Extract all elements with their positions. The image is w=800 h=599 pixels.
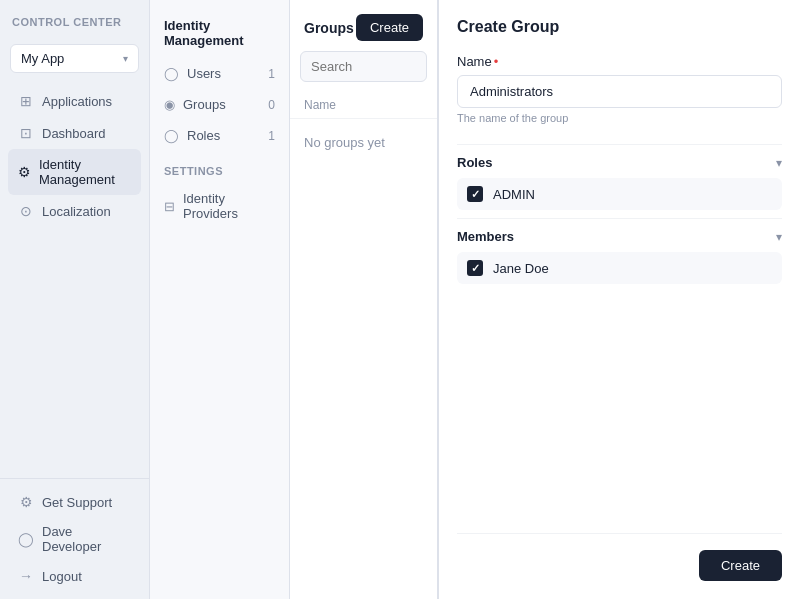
roles-count: 1 [268, 129, 275, 143]
dashboard-icon: ⊡ [18, 125, 34, 141]
identity-nav-label: Users [187, 66, 221, 81]
sidebar-item-label: Applications [42, 94, 112, 109]
members-jane-doe-row: ✓ Jane Doe [457, 252, 782, 284]
groups-list-header: Name [290, 92, 437, 119]
groups-panel-header: Groups Create [290, 0, 437, 51]
applications-icon: ⊞ [18, 93, 34, 109]
create-group-button[interactable]: Create [699, 550, 782, 581]
identity-nav-users[interactable]: ◯ Users 1 [150, 58, 289, 89]
identity-management-panel: Identity Management ◯ Users 1 ◉ Groups 0… [150, 0, 290, 599]
identity-nav-label: Groups [183, 97, 226, 112]
group-name-hint: The name of the group [457, 112, 782, 124]
name-label: Name• [457, 54, 782, 69]
sidebar-footer-label: Dave Developer [42, 524, 131, 554]
groups-search-input[interactable] [300, 51, 427, 82]
members-jane-doe-checkbox[interactable]: ✓ [467, 260, 483, 276]
user-icon: ◯ [18, 531, 34, 547]
app-selector[interactable]: My App ▾ [10, 44, 139, 73]
identity-management-icon: ⚙ [18, 164, 31, 180]
identity-providers-icon: ⊟ [164, 199, 175, 214]
identity-nav-roles[interactable]: ◯ Roles 1 [150, 120, 289, 151]
groups-panel: Groups Create Name No groups yet [290, 0, 438, 599]
roles-icon: ◯ [164, 128, 179, 143]
groups-count: 0 [268, 98, 275, 112]
groups-title: Groups [304, 20, 354, 36]
support-icon: ⚙ [18, 494, 34, 510]
group-name-input[interactable] [457, 75, 782, 108]
roles-chevron-icon[interactable]: ▾ [776, 156, 782, 170]
create-group-panel: Create Group Name• The name of the group… [438, 0, 800, 599]
localization-icon: ⊙ [18, 203, 34, 219]
members-section-header: Members ▾ [457, 218, 782, 252]
sidebar-item-dave-developer[interactable]: ◯ Dave Developer [8, 517, 141, 561]
sidebar-header-title: Control Center [12, 16, 137, 28]
content-area: Identity Management ◯ Users 1 ◉ Groups 0… [150, 0, 800, 599]
settings-label: Settings [150, 151, 289, 183]
logout-icon: → [18, 568, 34, 584]
sidebar-footer: ⚙ Get Support ◯ Dave Developer → Logout [0, 478, 149, 599]
checkmark-icon: ✓ [471, 188, 480, 201]
identity-nav-identity-providers[interactable]: ⊟ Identity Providers [150, 183, 289, 229]
users-icon: ◯ [164, 66, 179, 81]
roles-admin-checkbox[interactable]: ✓ [467, 186, 483, 202]
create-group-title: Create Group [457, 18, 782, 36]
sidebar-footer-label: Get Support [42, 495, 112, 510]
groups-icon: ◉ [164, 97, 175, 112]
users-count: 1 [268, 67, 275, 81]
sidebar-item-label: Identity Management [39, 157, 131, 187]
chevron-down-icon: ▾ [123, 53, 128, 64]
identity-nav-label: Roles [187, 128, 220, 143]
members-chevron-icon[interactable]: ▾ [776, 230, 782, 244]
groups-empty-message: No groups yet [290, 119, 437, 166]
sidebar-item-logout[interactable]: → Logout [8, 561, 141, 591]
create-group-footer: Create [457, 533, 782, 581]
sidebar-item-dashboard[interactable]: ⊡ Dashboard [8, 117, 141, 149]
sidebar-footer-label: Logout [42, 569, 82, 584]
identity-nav-groups[interactable]: ◉ Groups 0 [150, 89, 289, 120]
sidebar-item-label: Localization [42, 204, 111, 219]
app-selector-name: My App [21, 51, 64, 66]
roles-admin-row: ✓ ADMIN [457, 178, 782, 210]
groups-search-bar [300, 51, 427, 82]
sidebar-item-get-support[interactable]: ⚙ Get Support [8, 487, 141, 517]
roles-section-header: Roles ▾ [457, 144, 782, 178]
groups-create-button[interactable]: Create [356, 14, 423, 41]
identity-management-title: Identity Management [150, 0, 289, 58]
sidebar-item-applications[interactable]: ⊞ Applications [8, 85, 141, 117]
identity-nav-label: Identity Providers [183, 191, 275, 221]
sidebar-nav: ⊞ Applications ⊡ Dashboard ⚙ Identity Ma… [0, 81, 149, 478]
roles-admin-label: ADMIN [493, 187, 535, 202]
sidebar-item-localization[interactable]: ⊙ Localization [8, 195, 141, 227]
members-jane-doe-label: Jane Doe [493, 261, 549, 276]
sidebar: Control Center My App ▾ ⊞ Applications ⊡… [0, 0, 150, 599]
members-section-title: Members [457, 229, 514, 244]
roles-section-title: Roles [457, 155, 492, 170]
sidebar-item-label: Dashboard [42, 126, 106, 141]
sidebar-item-identity-management[interactable]: ⚙ Identity Management [8, 149, 141, 195]
checkmark-icon: ✓ [471, 262, 480, 275]
